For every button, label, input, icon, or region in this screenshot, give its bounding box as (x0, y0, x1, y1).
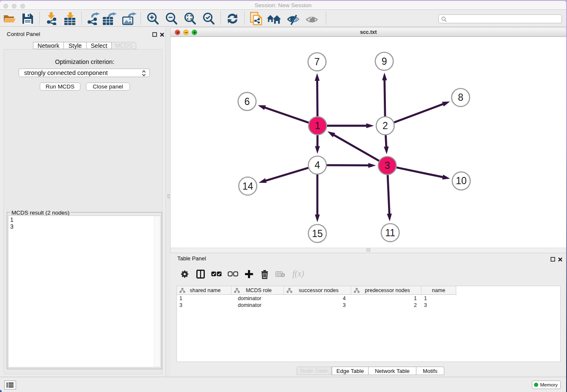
svg-text:10: 10 (456, 175, 467, 186)
svg-text:15: 15 (312, 228, 323, 239)
svg-text:1: 1 (315, 120, 320, 131)
svg-text:14: 14 (242, 181, 253, 192)
svg-text:6: 6 (245, 96, 250, 107)
svg-text:11: 11 (385, 227, 395, 238)
svg-text:2: 2 (383, 120, 388, 131)
svg-text:9: 9 (382, 56, 387, 67)
svg-text:7: 7 (314, 56, 320, 67)
svg-text:3: 3 (385, 160, 390, 171)
svg-text:4: 4 (315, 160, 320, 171)
svg-text:8: 8 (458, 92, 463, 103)
